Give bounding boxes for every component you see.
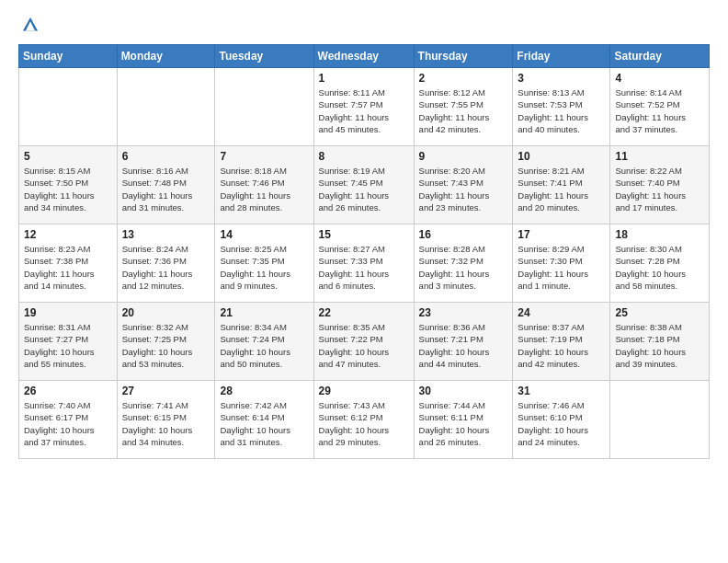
empty-cell: [215, 68, 313, 146]
day-cell-3: 3Sunrise: 8:13 AM Sunset: 7:53 PM Daylig…: [513, 68, 610, 146]
day-info: Sunrise: 8:31 AM Sunset: 7:27 PM Dayligh…: [24, 321, 112, 370]
day-cell-17: 17Sunrise: 8:29 AM Sunset: 7:30 PM Dayli…: [513, 224, 610, 303]
page: SundayMondayTuesdayWednesdayThursdayFrid…: [0, 0, 728, 563]
day-number: 22: [319, 306, 409, 319]
day-cell-12: 12Sunrise: 8:23 AM Sunset: 7:38 PM Dayli…: [19, 224, 118, 303]
day-info: Sunrise: 8:35 AM Sunset: 7:22 PM Dayligh…: [319, 321, 409, 370]
day-number: 6: [122, 150, 210, 163]
day-number: 27: [122, 385, 210, 397]
week-row-2: 5Sunrise: 8:15 AM Sunset: 7:50 PM Daylig…: [19, 146, 710, 224]
empty-cell: [117, 68, 215, 146]
day-cell-7: 7Sunrise: 8:18 AM Sunset: 7:46 PM Daylig…: [215, 146, 313, 224]
day-info: Sunrise: 8:11 AM Sunset: 7:57 PM Dayligh…: [319, 86, 409, 135]
day-number: 13: [122, 228, 210, 241]
day-cell-22: 22Sunrise: 8:35 AM Sunset: 7:22 PM Dayli…: [313, 303, 414, 381]
day-number: 9: [419, 150, 508, 163]
day-number: 8: [319, 150, 409, 163]
day-number: 15: [319, 228, 409, 241]
day-number: 5: [24, 150, 112, 163]
week-row-3: 12Sunrise: 8:23 AM Sunset: 7:38 PM Dayli…: [19, 224, 710, 303]
day-cell-9: 9Sunrise: 8:20 AM Sunset: 7:43 PM Daylig…: [414, 146, 513, 224]
day-info: Sunrise: 7:44 AM Sunset: 6:11 PM Dayligh…: [419, 399, 508, 448]
day-cell-13: 13Sunrise: 8:24 AM Sunset: 7:36 PM Dayli…: [117, 224, 215, 303]
day-cell-4: 4Sunrise: 8:14 AM Sunset: 7:52 PM Daylig…: [610, 68, 710, 146]
week-row-4: 19Sunrise: 8:31 AM Sunset: 7:27 PM Dayli…: [19, 303, 710, 381]
day-number: 2: [419, 72, 508, 85]
day-info: Sunrise: 8:24 AM Sunset: 7:36 PM Dayligh…: [122, 243, 210, 292]
day-info: Sunrise: 8:12 AM Sunset: 7:55 PM Dayligh…: [419, 86, 508, 135]
weekday-header-row: SundayMondayTuesdayWednesdayThursdayFrid…: [19, 45, 710, 68]
day-number: 26: [24, 385, 112, 397]
day-info: Sunrise: 8:38 AM Sunset: 7:18 PM Dayligh…: [615, 321, 704, 370]
calendar-table: SundayMondayTuesdayWednesdayThursdayFrid…: [18, 44, 710, 459]
day-number: 20: [122, 306, 210, 319]
day-number: 23: [419, 306, 508, 319]
weekday-header-friday: Friday: [513, 45, 610, 68]
day-cell-6: 6Sunrise: 8:16 AM Sunset: 7:48 PM Daylig…: [117, 146, 215, 224]
day-info: Sunrise: 8:37 AM Sunset: 7:19 PM Dayligh…: [518, 321, 605, 370]
day-info: Sunrise: 8:32 AM Sunset: 7:25 PM Dayligh…: [122, 321, 210, 370]
day-number: 28: [220, 385, 308, 397]
day-number: 29: [319, 385, 409, 397]
day-info: Sunrise: 7:43 AM Sunset: 6:12 PM Dayligh…: [319, 399, 409, 448]
day-number: 17: [518, 228, 605, 241]
day-cell-29: 29Sunrise: 7:43 AM Sunset: 6:12 PM Dayli…: [313, 381, 414, 459]
empty-cell: [610, 381, 710, 459]
day-number: 7: [220, 150, 308, 163]
day-number: 14: [220, 228, 308, 241]
day-cell-8: 8Sunrise: 8:19 AM Sunset: 7:45 PM Daylig…: [313, 146, 414, 224]
day-number: 12: [24, 228, 112, 241]
day-info: Sunrise: 8:30 AM Sunset: 7:28 PM Dayligh…: [615, 243, 704, 292]
header: [18, 15, 710, 39]
day-cell-27: 27Sunrise: 7:41 AM Sunset: 6:15 PM Dayli…: [117, 381, 215, 459]
day-info: Sunrise: 8:29 AM Sunset: 7:30 PM Dayligh…: [518, 243, 605, 292]
day-cell-14: 14Sunrise: 8:25 AM Sunset: 7:35 PM Dayli…: [215, 224, 313, 303]
day-number: 30: [419, 385, 508, 397]
weekday-header-sunday: Sunday: [19, 45, 118, 68]
day-info: Sunrise: 8:16 AM Sunset: 7:48 PM Dayligh…: [122, 165, 210, 213]
empty-cell: [19, 68, 118, 146]
day-info: Sunrise: 8:21 AM Sunset: 7:41 PM Dayligh…: [518, 165, 605, 213]
day-info: Sunrise: 7:46 AM Sunset: 6:10 PM Dayligh…: [518, 399, 605, 448]
day-cell-11: 11Sunrise: 8:22 AM Sunset: 7:40 PM Dayli…: [610, 146, 710, 224]
day-cell-16: 16Sunrise: 8:28 AM Sunset: 7:32 PM Dayli…: [414, 224, 513, 303]
day-info: Sunrise: 8:34 AM Sunset: 7:24 PM Dayligh…: [220, 321, 308, 370]
day-number: 4: [615, 72, 704, 85]
day-number: 16: [419, 228, 508, 241]
day-cell-30: 30Sunrise: 7:44 AM Sunset: 6:11 PM Dayli…: [414, 381, 513, 459]
weekday-header-thursday: Thursday: [414, 45, 513, 68]
day-cell-18: 18Sunrise: 8:30 AM Sunset: 7:28 PM Dayli…: [610, 224, 710, 303]
day-number: 31: [518, 385, 605, 397]
day-cell-21: 21Sunrise: 8:34 AM Sunset: 7:24 PM Dayli…: [215, 303, 313, 381]
day-number: 24: [518, 306, 605, 319]
day-info: Sunrise: 7:41 AM Sunset: 6:15 PM Dayligh…: [122, 399, 210, 448]
weekday-header-tuesday: Tuesday: [215, 45, 313, 68]
day-info: Sunrise: 8:23 AM Sunset: 7:38 PM Dayligh…: [24, 243, 112, 292]
logo-icon: [20, 15, 40, 35]
day-cell-2: 2Sunrise: 8:12 AM Sunset: 7:55 PM Daylig…: [414, 68, 513, 146]
day-cell-1: 1Sunrise: 8:11 AM Sunset: 7:57 PM Daylig…: [313, 68, 414, 146]
day-info: Sunrise: 8:25 AM Sunset: 7:35 PM Dayligh…: [220, 243, 308, 292]
day-cell-15: 15Sunrise: 8:27 AM Sunset: 7:33 PM Dayli…: [313, 224, 414, 303]
day-cell-19: 19Sunrise: 8:31 AM Sunset: 7:27 PM Dayli…: [19, 303, 118, 381]
day-info: Sunrise: 8:19 AM Sunset: 7:45 PM Dayligh…: [319, 165, 409, 213]
day-info: Sunrise: 8:27 AM Sunset: 7:33 PM Dayligh…: [319, 243, 409, 292]
day-number: 3: [518, 72, 605, 85]
day-info: Sunrise: 7:40 AM Sunset: 6:17 PM Dayligh…: [24, 399, 112, 448]
day-cell-23: 23Sunrise: 8:36 AM Sunset: 7:21 PM Dayli…: [414, 303, 513, 381]
day-cell-20: 20Sunrise: 8:32 AM Sunset: 7:25 PM Dayli…: [117, 303, 215, 381]
day-number: 11: [615, 150, 704, 163]
week-row-5: 26Sunrise: 7:40 AM Sunset: 6:17 PM Dayli…: [19, 381, 710, 459]
day-number: 1: [319, 72, 409, 85]
weekday-header-monday: Monday: [117, 45, 215, 68]
day-cell-24: 24Sunrise: 8:37 AM Sunset: 7:19 PM Dayli…: [513, 303, 610, 381]
day-info: Sunrise: 8:18 AM Sunset: 7:46 PM Dayligh…: [220, 165, 308, 213]
day-number: 18: [615, 228, 704, 241]
day-info: Sunrise: 8:15 AM Sunset: 7:50 PM Dayligh…: [24, 165, 112, 213]
day-number: 10: [518, 150, 605, 163]
week-row-1: 1Sunrise: 8:11 AM Sunset: 7:57 PM Daylig…: [19, 68, 710, 146]
weekday-header-saturday: Saturday: [610, 45, 710, 68]
day-number: 25: [615, 306, 704, 319]
day-cell-26: 26Sunrise: 7:40 AM Sunset: 6:17 PM Dayli…: [19, 381, 118, 459]
day-info: Sunrise: 8:28 AM Sunset: 7:32 PM Dayligh…: [419, 243, 508, 292]
